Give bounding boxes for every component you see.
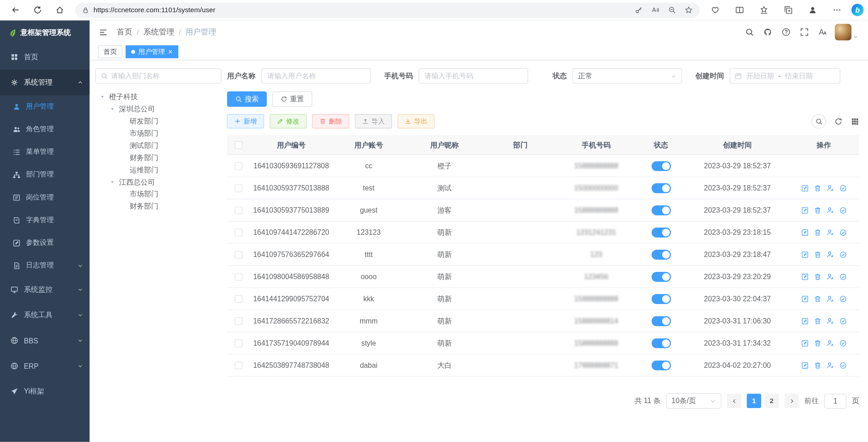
read-aloud-icon[interactable] — [648, 3, 663, 16]
status-toggle[interactable] — [651, 227, 671, 237]
edit-icon[interactable] — [801, 228, 808, 236]
sidebar-toggle-icon[interactable] — [99, 28, 108, 37]
avatar-image[interactable] — [835, 24, 852, 41]
home-icon[interactable] — [49, 2, 71, 19]
reset-password-icon[interactable] — [826, 184, 834, 192]
delete-icon[interactable] — [814, 228, 821, 236]
status-toggle[interactable] — [651, 294, 671, 304]
row-checkbox[interactable] — [235, 273, 242, 280]
delete-icon[interactable] — [814, 317, 821, 325]
status-toggle[interactable] — [651, 360, 671, 370]
reset-password-icon[interactable] — [826, 228, 834, 236]
edit-icon[interactable] — [801, 295, 808, 303]
page-button-1[interactable]: 1 — [747, 394, 761, 408]
edit-icon[interactable] — [801, 339, 808, 347]
sidebar-item-erp[interactable]: ERP — [0, 353, 90, 379]
tab-home[interactable]: 首页 — [98, 45, 123, 58]
delete-icon[interactable] — [814, 273, 821, 280]
delete-icon[interactable] — [814, 184, 821, 192]
assign-role-icon[interactable] — [839, 339, 847, 347]
row-checkbox[interactable] — [235, 317, 242, 325]
tree-node[interactable]: 研发部门 — [95, 115, 222, 128]
row-checkbox[interactable] — [235, 295, 242, 303]
status-toggle[interactable] — [651, 249, 671, 259]
edit-icon[interactable] — [801, 184, 808, 192]
sidebar-item-user[interactable]: 用户管理 — [0, 95, 90, 118]
row-checkbox[interactable] — [235, 184, 242, 192]
row-checkbox[interactable] — [235, 251, 242, 258]
caret-down-icon[interactable] — [100, 94, 109, 100]
edit-icon[interactable] — [801, 206, 808, 214]
reload-icon[interactable] — [27, 2, 49, 19]
tree-node[interactable]: 财务部门 — [95, 152, 222, 164]
sidebar-item-log[interactable]: 日志管理 — [0, 254, 90, 277]
profile-icon[interactable] — [802, 2, 824, 19]
edit-icon[interactable] — [801, 251, 808, 258]
tree-node[interactable]: 运维部门 — [95, 164, 222, 176]
delete-icon[interactable] — [814, 339, 821, 347]
add-button[interactable]: 新增 — [227, 114, 264, 128]
github-icon[interactable] — [764, 28, 773, 37]
user-avatar[interactable] — [835, 24, 858, 41]
search-icon[interactable] — [745, 28, 754, 37]
browser-address-bar[interactable]: https://ccnetcore.com:1101/system/user — [75, 3, 700, 18]
copilot-icon[interactable]: b — [851, 4, 863, 16]
reset-password-icon[interactable] — [826, 273, 834, 280]
edit-icon[interactable] — [801, 317, 808, 325]
goto-page-input[interactable] — [824, 394, 846, 409]
sidebar-item-monitor[interactable]: 系统监控 — [0, 277, 90, 302]
assign-role-icon[interactable] — [839, 206, 847, 214]
tree-node[interactable]: 财务部门 — [95, 200, 222, 213]
status-toggle[interactable] — [651, 183, 671, 193]
delete-icon[interactable] — [814, 251, 821, 258]
delete-icon[interactable] — [814, 206, 821, 214]
reset-password-icon[interactable] — [826, 251, 834, 258]
zoom-out-icon[interactable] — [664, 3, 680, 16]
caret-down-icon[interactable] — [109, 106, 119, 112]
row-checkbox[interactable] — [235, 162, 242, 170]
sidebar-item-system[interactable]: 系统管理 — [0, 70, 90, 95]
back-icon[interactable] — [5, 2, 27, 19]
edit-button[interactable]: 修改 — [270, 114, 307, 128]
prev-page-button[interactable] — [727, 394, 741, 408]
row-checkbox[interactable] — [235, 339, 242, 347]
favorite-star-icon[interactable] — [681, 3, 696, 16]
favorites-bar-icon[interactable] — [753, 2, 775, 19]
department-search-input[interactable] — [111, 72, 216, 80]
close-icon[interactable]: × — [168, 48, 172, 55]
fullscreen-icon[interactable] — [800, 28, 809, 37]
reset-password-icon[interactable] — [826, 361, 834, 369]
reset-button[interactable]: 重置 — [272, 91, 312, 107]
department-search[interactable] — [95, 68, 222, 84]
sidebar-item-bbs[interactable]: BBS — [0, 328, 90, 353]
search-button[interactable]: 搜索 — [227, 91, 267, 107]
url-text[interactable]: https://ccnetcore.com:1101/system/user — [94, 6, 631, 14]
more-icon[interactable] — [826, 2, 848, 19]
reset-password-icon[interactable] — [826, 317, 834, 325]
row-checkbox[interactable] — [235, 206, 242, 214]
export-button[interactable]: 导出 — [398, 114, 435, 128]
edit-icon[interactable] — [801, 273, 808, 280]
status-toggle[interactable] — [651, 161, 671, 171]
caret-down-icon[interactable] — [109, 180, 119, 185]
tree-node[interactable]: 市场部门 — [95, 188, 222, 200]
phone-input[interactable] — [418, 68, 528, 84]
sidebar-item-menu[interactable]: 菜单管理 — [0, 141, 90, 163]
sidebar-item-tools[interactable]: 系统工具 — [0, 302, 90, 328]
date-range-picker[interactable]: 开始日期 - 结束日期 — [730, 68, 840, 84]
edit-icon[interactable] — [801, 361, 808, 369]
tree-node[interactable]: 测试部门 — [95, 139, 222, 152]
sidebar-item-dept[interactable]: 部门管理 — [0, 163, 90, 186]
page-size-select[interactable]: 10条/页 — [666, 393, 721, 409]
status-toggle[interactable] — [651, 205, 671, 215]
delete-icon[interactable] — [814, 295, 821, 303]
sidebar-item-dict[interactable]: 字典管理 — [0, 209, 90, 231]
tree-node[interactable]: 市场部门 — [95, 127, 222, 139]
reset-password-icon[interactable] — [826, 206, 834, 214]
tree-node[interactable]: 深圳总公司 — [95, 103, 222, 115]
page-button-2[interactable]: 2 — [764, 394, 779, 408]
assign-role-icon[interactable] — [839, 184, 847, 192]
font-size-icon[interactable] — [818, 28, 827, 37]
row-checkbox[interactable] — [235, 228, 242, 236]
browser-essentials-icon[interactable] — [704, 2, 726, 19]
